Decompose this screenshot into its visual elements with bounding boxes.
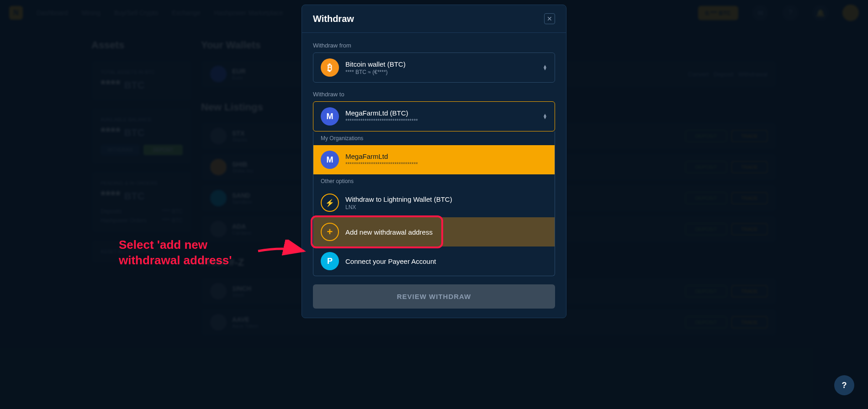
lightning-sub: LNX xyxy=(345,204,547,210)
plus-icon: + xyxy=(321,223,339,241)
lightning-icon: ⚡ xyxy=(321,194,339,212)
from-wallet-balance: **** BTC ≈ (€****) xyxy=(345,69,536,75)
dropdown-item-payeer[interactable]: P Connect your Payeer Account xyxy=(313,246,555,276)
to-selected-address: ********************************** xyxy=(345,118,536,124)
from-wallet-name: Bitcoin wallet (BTC) xyxy=(345,60,536,68)
review-withdraw-button[interactable]: REVIEW WITHDRAW xyxy=(313,284,555,309)
withdraw-to-dropdown: My Organizations M MegaFarmLtd *********… xyxy=(313,131,555,276)
annotation-text: Select 'add newwithdrawal address' xyxy=(119,237,232,268)
lightning-label: Withdraw to Lightning Wallet (BTC) xyxy=(345,195,547,203)
dropdown-item-lightning[interactable]: ⚡ Withdraw to Lightning Wallet (BTC) LNX xyxy=(313,188,555,217)
chevron-updown-icon: ▲▼ xyxy=(543,114,547,119)
dropdown-item-add-new-address[interactable]: + Add new withdrawal address xyxy=(313,217,555,246)
withdraw-modal: Withdraw ✕ Withdraw from ₿ Bitcoin walle… xyxy=(302,5,566,318)
help-floating-button[interactable]: ? xyxy=(834,375,854,395)
withdraw-to-select[interactable]: M MegaFarmLtd (BTC) ********************… xyxy=(313,101,555,131)
annotation-arrow-icon xyxy=(256,240,311,262)
withdraw-to-label: Withdraw to xyxy=(313,91,555,98)
payeer-label: Connect your Payeer Account xyxy=(345,257,547,265)
org-name: MegaFarmLtd xyxy=(345,152,547,160)
org-avatar-icon: M xyxy=(321,151,339,169)
chevron-updown-icon: ▲▼ xyxy=(543,65,547,70)
dropdown-section-other: Other options xyxy=(313,174,555,188)
modal-title: Withdraw xyxy=(313,14,354,24)
to-selected-name: MegaFarmLtd (BTC) xyxy=(345,109,536,117)
dropdown-item-megafarm[interactable]: M MegaFarmLtd **************************… xyxy=(313,145,555,174)
withdraw-from-label: Withdraw from xyxy=(313,42,555,49)
org-avatar-icon: M xyxy=(321,107,339,126)
close-button[interactable]: ✕ xyxy=(544,13,555,24)
dropdown-section-orgs: My Organizations xyxy=(313,131,555,145)
withdraw-from-select[interactable]: ₿ Bitcoin wallet (BTC) **** BTC ≈ (€****… xyxy=(313,52,555,83)
org-address: ********************************** xyxy=(345,161,547,168)
bitcoin-icon: ₿ xyxy=(321,58,339,77)
payeer-icon: P xyxy=(321,252,339,270)
add-new-label: Add new withdrawal address xyxy=(345,228,547,236)
